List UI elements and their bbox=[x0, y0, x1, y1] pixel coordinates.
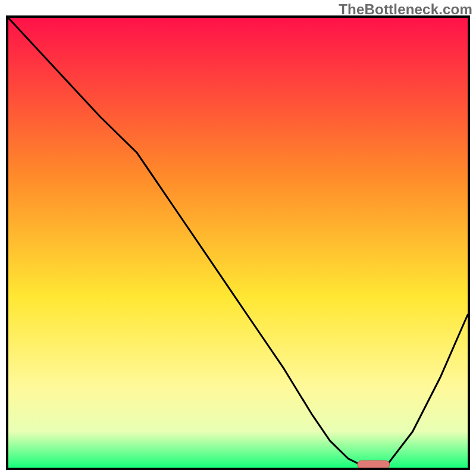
chart-container: { "watermark": "TheBottleneck.com", "col… bbox=[0, 0, 476, 476]
plot-background bbox=[8, 18, 468, 468]
bottleneck-chart bbox=[0, 0, 476, 476]
watermark-text: TheBottleneck.com bbox=[339, 1, 472, 18]
optimum-marker bbox=[358, 461, 390, 469]
